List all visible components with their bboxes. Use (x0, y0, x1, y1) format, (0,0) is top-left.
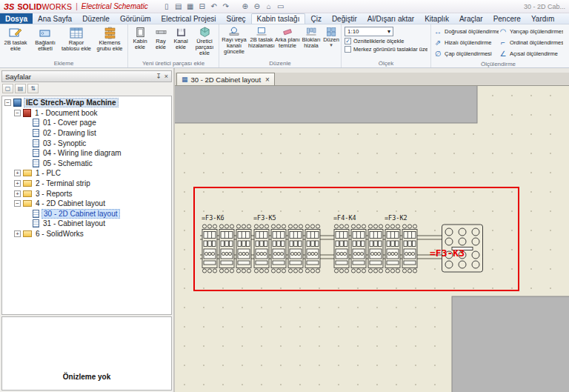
tree-item-label[interactable]: 30 - 2D Cabinet layout (41, 209, 120, 219)
component-label-f4-k4: =F4-K4 (333, 214, 356, 222)
new-icon[interactable]: ▯ (162, 1, 172, 13)
tree-expander[interactable]: − (14, 200, 21, 207)
menu-tab-kitaplik[interactable]: Kitaplık (419, 13, 454, 24)
menu-tab-al-disari-aktar[interactable]: Al/Dışarı aktar (362, 13, 419, 24)
drawing-canvas[interactable]: =F3-K6 =F3-K5 =F4-K4 =F3-K2 =F3-K3 (175, 86, 569, 392)
center-mark-checkbox[interactable] (345, 46, 351, 53)
tree-item-label[interactable]: 05 - Schematic (41, 159, 94, 167)
page-icon (33, 159, 39, 167)
tree-item-cover-page[interactable]: 01 - Cover page (2, 118, 171, 128)
menu-tab-electrical-projesi[interactable]: Electrical Projesi (156, 13, 222, 24)
component-group-f3-k5[interactable] (254, 225, 320, 273)
tree-expander[interactable]: + (14, 170, 21, 176)
diameter-dimension-button[interactable]: ∅ Çap ölçülendirmesi (433, 50, 499, 58)
sketch-alignment-button[interactable]: 2B taslak hizalaması (248, 25, 275, 59)
zoom-in-icon[interactable]: ⊕ (240, 1, 250, 13)
pin-icon[interactable]: ↧ (156, 73, 162, 80)
menu-tab-kabin-taslagi[interactable]: Kabin taslağı (251, 13, 306, 24)
tree-item-schematic[interactable]: 05 - Schematic (2, 159, 171, 169)
add-terminal-group-button[interactable]: Klemens grubu ekle (93, 25, 127, 59)
tree-item-label[interactable]: 1 - PLC (34, 169, 62, 177)
page-properties-icon[interactable]: ▤ (15, 84, 26, 93)
add-cabinet-button[interactable]: Kabin ekle (129, 25, 151, 59)
ordinate-dimension-icon: ⌐ (499, 39, 508, 47)
connection-label-button[interactable]: Bağlantı etiketi (30, 25, 60, 59)
tree-item-31-cabinet-layout[interactable]: 31 - Cabinet layout (2, 219, 171, 229)
menu-tab-ana-sayfa[interactable]: Ana Sayfa (33, 13, 77, 24)
add-duct-button[interactable]: Kanal ekle (170, 25, 191, 59)
layout-menu-button[interactable]: Düzen ▾ (322, 25, 340, 59)
menu-tab-surec[interactable]: Süreç (221, 13, 250, 24)
tree-item-label[interactable]: 04 - Wiring line diagram (41, 149, 123, 157)
menu-tab-gorunum[interactable]: Görünüm (115, 13, 156, 24)
menu-tab-araclar[interactable]: Araçlar (454, 13, 488, 24)
tree-item-label[interactable]: 02 - Drawing list (41, 129, 98, 137)
add-rail-button[interactable]: Ray ekle (151, 25, 170, 59)
new-page-icon[interactable]: ▢ (2, 84, 13, 93)
menu-tab-pencere[interactable]: Pencere (488, 13, 526, 24)
tree-expander[interactable]: − (14, 110, 21, 116)
document-tab-30-2d-cabinet-layout[interactable]: ▦ 30 - 2D Cabinet layout × (176, 73, 275, 85)
chevron-down-icon: ▾ (330, 43, 333, 47)
add-manufacturer-part-button[interactable]: Üretici parçası ekle (191, 25, 218, 59)
tree-item-label[interactable]: 6 - SolidWorks (34, 230, 85, 238)
angular-dimension-button[interactable]: ∠ Açısal ölçülendirme (499, 50, 563, 58)
tree-item-drawing-list[interactable]: 02 - Drawing list (2, 128, 171, 139)
tree-item-30-2d-cabinet-layout[interactable]: 30 - 2D Cabinet layout (2, 209, 171, 219)
tree-item-label[interactable]: 2 - Terminal strip (34, 179, 92, 187)
save-icon[interactable]: ▦ (185, 1, 196, 13)
menu-tab-yardim[interactable]: Yardım (526, 13, 560, 24)
tree-item-label[interactable]: 4 - 2D Cabinet layout (34, 199, 107, 207)
add-report-table-button[interactable]: Rapor tablosu ekle (60, 25, 93, 59)
tree-item-document-book[interactable]: − 1 - Document book (2, 108, 171, 119)
aligned-dimension-button[interactable]: ⇗ Hizalı ölçülendirme (433, 39, 499, 47)
menu-tab-dosya[interactable]: Dosya (0, 13, 33, 24)
zoom-fit-icon[interactable]: ⌂ (264, 1, 274, 13)
menu-tab-duzenle[interactable]: Düzenle (77, 13, 115, 24)
tree-item-project-root[interactable]: − IEC Strech-Wrap Machine (2, 98, 171, 108)
tree-item-reports[interactable]: + 3 - Reports (2, 188, 171, 199)
tree-item-label[interactable]: 03 - Synoptic (41, 139, 87, 147)
tree-item-label[interactable]: IEC Strech-Wrap Machine (24, 98, 119, 107)
tree-expander[interactable]: + (14, 230, 21, 237)
tree-item-synoptic[interactable]: 03 - Synoptic (2, 138, 171, 148)
open-icon[interactable]: ▤ (173, 1, 184, 13)
expand-collapse-icon[interactable]: ⇅ (27, 84, 39, 93)
close-icon[interactable]: × (164, 73, 168, 80)
clean-background-button[interactable]: Arka planı temizle (275, 25, 300, 59)
button-label: 2B taslak ekle (1, 40, 30, 52)
add-2d-sketch-button[interactable]: 2B taslak ekle (1, 25, 30, 59)
close-tab-icon[interactable]: × (265, 76, 270, 84)
align-blocks-button[interactable]: Blokları hizala (300, 25, 322, 59)
tree-item-terminal-strip[interactable]: + 2 - Terminal strip (2, 179, 171, 189)
component-group-f3-k2[interactable] (385, 225, 417, 273)
tree-item-solidworks[interactable]: + 6 - SolidWorks (2, 229, 171, 239)
component-group-f4-k4[interactable] (334, 225, 383, 273)
folder-icon (23, 230, 32, 237)
tree-item-label[interactable]: 3 - Reports (34, 190, 73, 198)
tree-item-wiring-line-diagram[interactable]: 04 - Wiring line diagram (2, 148, 171, 159)
pan-icon[interactable]: ▭ (276, 1, 286, 13)
linear-dimension-button[interactable]: ↔ Doğrusal ölçülendirme (433, 27, 499, 36)
undo-icon[interactable]: ↶ (209, 1, 219, 13)
tree-item-label[interactable]: 1 - Document book (33, 109, 99, 117)
menu-tab-degistir[interactable]: Değiştir (327, 13, 362, 24)
tree-item-2d-cabinet-layout-folder[interactable]: − 4 - 2D Cabinet layout (2, 199, 171, 209)
scale-select[interactable]: 1:10 ▾ (345, 27, 393, 36)
radius-dimension-button[interactable]: ◠ Yarıçap ölçülendirmesi (499, 27, 563, 36)
tree-expander[interactable]: + (14, 180, 21, 187)
update-rail-duct-button[interactable]: Rayı veya kanalı güncelle (220, 25, 248, 59)
redo-icon[interactable]: ↷ (221, 1, 231, 13)
tree-expander[interactable]: + (14, 190, 21, 197)
tree-item-label[interactable]: 01 - Cover page (41, 119, 98, 127)
button-label: Bağlantı etiketi (30, 40, 60, 52)
tree-expander[interactable]: − (4, 99, 11, 106)
tree-item-plc[interactable]: + 1 - PLC (2, 168, 171, 179)
ordinate-dimension-button[interactable]: ⌐ Ordinat ölçülendirmesi (499, 39, 563, 47)
tree-item-label[interactable]: 31 - Cabinet layout (41, 219, 107, 227)
zoom-out-icon[interactable]: ⊖ (252, 1, 262, 13)
menu-tab-ciz[interactable]: Çiz (305, 13, 326, 24)
print-icon[interactable]: ⊟ (197, 1, 207, 13)
component-group-f3-k6[interactable] (202, 225, 251, 273)
scale-with-attributes-checkbox[interactable]: ✓ (345, 38, 351, 44)
